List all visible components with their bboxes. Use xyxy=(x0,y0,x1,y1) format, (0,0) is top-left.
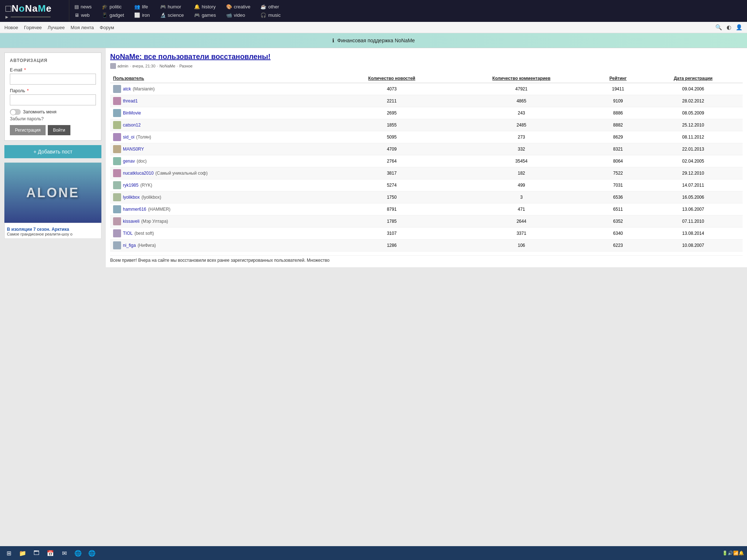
subnav-item-forum[interactable]: Форум xyxy=(100,25,114,30)
nav-item-politic[interactable]: 🎓 politic xyxy=(97,3,129,11)
auth-box: АВТОРИЗАЦИЯ E-mail * Пароль * Запомнить … xyxy=(4,52,101,141)
user-name-8[interactable]: ryk1985 xyxy=(123,183,139,188)
history-icon: 🔔 xyxy=(194,4,200,9)
user-comments-12: 3371 xyxy=(450,228,592,240)
subnav-item-hot[interactable]: Горячее xyxy=(24,25,42,30)
table-row: BinMovie 2695 243 8886 08.05.2009 xyxy=(110,107,743,119)
sidebar: АВТОРИЗАЦИЯ E-mail * Пароль * Запомнить … xyxy=(0,48,106,267)
nav-col-6: 🎨 creative 📹 video xyxy=(221,0,256,22)
nav-label-news: news xyxy=(81,4,92,9)
user-name-1[interactable]: thread1 xyxy=(123,98,138,104)
user-extra-11: (Мэр Ултара) xyxy=(141,219,168,224)
user-comments-9: 3 xyxy=(450,191,592,203)
user-comments-5: 332 xyxy=(450,143,592,155)
meta-section[interactable]: NoNaMe xyxy=(159,64,175,68)
nav-item-other[interactable]: ☕ other xyxy=(255,3,286,11)
nav-item-humor[interactable]: 🎮 humor xyxy=(155,3,189,11)
contrast-icon[interactable]: ◐ xyxy=(727,24,731,31)
user-date-6: 02.04.2005 xyxy=(644,155,743,167)
user-rating-7: 7522 xyxy=(592,167,644,179)
nav-item-life[interactable]: 👥 life xyxy=(129,3,155,11)
nav-item-news[interactable]: ▤ news xyxy=(69,3,97,11)
nav-item-history[interactable]: 🔔 history xyxy=(189,3,221,11)
th-reg-date: Дата регистрации xyxy=(644,74,743,83)
nav-item-web[interactable]: 🖥 web xyxy=(69,11,97,19)
user-cell: lyolikbox (lyolikbox) xyxy=(110,191,333,203)
user-news-4: 5095 xyxy=(333,131,450,143)
table-row: TIOL (best soft) 3107 3371 6340 13.08.20… xyxy=(110,228,743,240)
article-title[interactable]: NoNaMe: все пользователи восстановлены! xyxy=(110,52,743,61)
add-post-button[interactable]: + Добавить пост xyxy=(4,145,101,158)
subnav-item-feed[interactable]: Моя лента xyxy=(70,25,94,30)
user-name-2[interactable]: BinMovie xyxy=(123,110,141,116)
search-icon[interactable]: 🔍 xyxy=(715,24,722,31)
nav-item-music[interactable]: 🎧 music xyxy=(255,11,286,19)
user-extra-7: (Самый уникальный соф) xyxy=(155,171,208,176)
user-avatar-5 xyxy=(113,145,121,153)
nav-item-video[interactable]: 📹 video xyxy=(221,11,256,19)
user-name-5[interactable]: MANS0RY xyxy=(123,147,144,152)
user-rating-8: 7031 xyxy=(592,179,644,191)
user-name-13[interactable]: ni_figa xyxy=(123,243,136,248)
user-news-9: 1750 xyxy=(333,191,450,203)
user-date-11: 07.11.2010 xyxy=(644,215,743,228)
user-name-4[interactable]: sid_oi xyxy=(123,135,134,140)
meta-author[interactable]: admin xyxy=(117,64,128,68)
other-icon: ☕ xyxy=(260,4,266,9)
user-avatar-7 xyxy=(113,169,121,177)
humor-icon: 🎮 xyxy=(160,4,166,9)
user-date-0: 09.04.2006 xyxy=(644,83,743,95)
th-news-count: Количество новостей xyxy=(333,74,450,83)
user-name-0[interactable]: atck xyxy=(123,86,131,92)
nav-item-science[interactable]: 🔬 science xyxy=(155,11,189,19)
logo-area[interactable]: □NoNaMe ▶ xyxy=(4,0,69,22)
banner-caption: В изоляции 7 сезон. Арктика xyxy=(7,227,99,232)
user-rating-2: 8886 xyxy=(592,107,644,119)
user-rating-4: 8629 xyxy=(592,131,644,143)
password-group: Пароль * xyxy=(10,88,96,105)
register-button[interactable]: Регистрация xyxy=(10,125,46,135)
creative-icon: 🎨 xyxy=(226,4,232,9)
user-name-7[interactable]: nucatkluca2010 xyxy=(123,171,154,176)
user-comments-10: 471 xyxy=(450,203,592,215)
nav-col-4: 🎮 humor 🔬 science xyxy=(155,0,189,22)
user-name-10[interactable]: hammer616 xyxy=(123,207,146,212)
nav-label-other: other xyxy=(268,4,279,9)
meta-category[interactable]: Разное xyxy=(179,64,193,68)
site-banner: ℹ Финансовая поддержка NoNaMe xyxy=(0,33,747,48)
user-cell: sid_oi (Толян) xyxy=(110,131,333,143)
remember-toggle[interactable] xyxy=(10,109,21,115)
user-cell: kissaveli (Мэр Ултара) xyxy=(110,215,333,228)
play-icon[interactable]: ▶ xyxy=(5,15,8,19)
nav-item-creative[interactable]: 🎨 creative xyxy=(221,3,256,11)
user-name-6[interactable]: genav xyxy=(123,159,135,164)
password-input[interactable] xyxy=(10,94,96,105)
user-news-5: 4709 xyxy=(333,143,450,155)
nav-label-gadget: gadget xyxy=(109,12,124,18)
user-rating-6: 8064 xyxy=(592,155,644,167)
nav-item-games[interactable]: 🎮 games xyxy=(189,11,221,19)
user-name-12[interactable]: TIOL xyxy=(123,231,133,236)
table-row: nucatkluca2010 (Самый уникальный соф) 38… xyxy=(110,167,743,179)
article-footer-text: Всем привет! Вчера на сайте мы восстанов… xyxy=(110,255,743,263)
nav-item-iron[interactable]: ⬜ iron xyxy=(129,11,155,19)
nav-item-gadget[interactable]: 📱 gadget xyxy=(97,11,129,19)
subnav-item-best[interactable]: Лучшее xyxy=(48,25,65,30)
user-name-11[interactable]: kissaveli xyxy=(123,219,139,224)
games-icon: 🎮 xyxy=(194,12,200,18)
sub-navigation: Новое Горячее Лучшее Моя лента Форум 🔍 ◐… xyxy=(0,22,747,33)
email-input[interactable] xyxy=(10,74,96,85)
user-cell: TIOL (best soft) xyxy=(110,228,333,240)
user-rating-3: 8882 xyxy=(592,119,644,131)
user-name-9[interactable]: lyolikbox xyxy=(123,195,140,200)
user-name-3[interactable]: catson12 xyxy=(123,122,141,128)
account-icon[interactable]: 👤 xyxy=(736,24,743,31)
login-button[interactable]: Войти xyxy=(48,125,70,135)
user-date-3: 25.12.2010 xyxy=(644,119,743,131)
sidebar-promo-banner[interactable]: ALONE xyxy=(4,163,101,223)
forgot-password-link[interactable]: Забыли пароль? xyxy=(10,116,96,121)
main-content: АВТОРИЗАЦИЯ E-mail * Пароль * Запомнить … xyxy=(0,48,747,267)
table-row: genav (doc) 2764 35454 8064 02.04.2005 xyxy=(110,155,743,167)
subnav-item-new[interactable]: Новое xyxy=(4,25,18,30)
table-row: thread1 2211 4865 9109 28.02.2012 xyxy=(110,95,743,107)
